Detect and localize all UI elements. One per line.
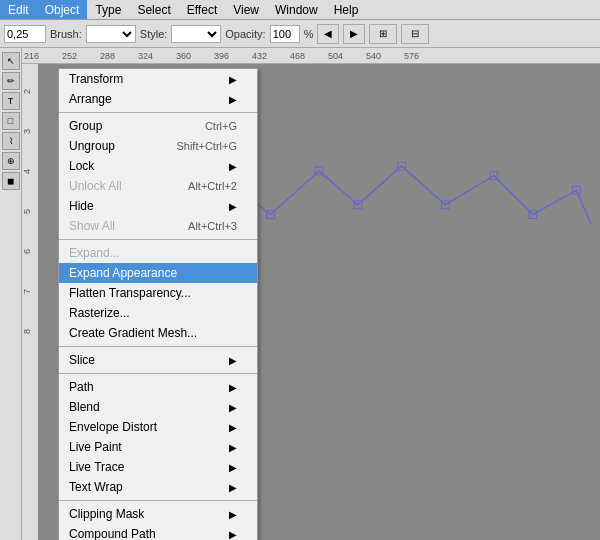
style-select[interactable]	[171, 25, 221, 43]
style-label: Style:	[140, 28, 168, 40]
svg-text:288: 288	[100, 51, 115, 61]
show-all-shortcut: Alt+Ctrl+3	[188, 220, 237, 232]
live-trace-arrow: ▶	[229, 462, 237, 473]
menu-type[interactable]: Type	[87, 0, 129, 19]
menu-flatten-transparency[interactable]: Flatten Transparency...	[59, 283, 257, 303]
text-wrap-arrow: ▶	[229, 482, 237, 493]
menu-create-gradient-mesh[interactable]: Create Gradient Mesh...	[59, 323, 257, 343]
svg-text:324: 324	[138, 51, 153, 61]
toolbar-btn-3[interactable]: ⊞	[369, 24, 397, 44]
svg-text:8: 8	[22, 329, 32, 334]
ungroup-shortcut: Shift+Ctrl+G	[176, 140, 237, 152]
menu-expand[interactable]: Expand...	[59, 243, 257, 263]
menu-live-paint[interactable]: Live Paint ▶	[59, 437, 257, 457]
transform-arrow: ▶	[229, 74, 237, 85]
toolbar-btn-2[interactable]: ▶	[343, 24, 365, 44]
menu-envelope-distort[interactable]: Envelope Distort ▶	[59, 417, 257, 437]
svg-text:216: 216	[24, 51, 39, 61]
menu-edit[interactable]: Edit	[0, 0, 37, 19]
opacity-label: Opacity:	[225, 28, 265, 40]
ruler-h-svg: 216 252 288 324 360 396 432 468 504 540 …	[22, 48, 600, 64]
menu-view[interactable]: View	[225, 0, 267, 19]
svg-text:5: 5	[22, 209, 32, 214]
brush-select[interactable]	[86, 25, 136, 43]
svg-text:2: 2	[22, 89, 32, 94]
menu-object[interactable]: Object	[37, 0, 88, 19]
ruler-vertical: 2 3 4 5 6 7 8	[22, 64, 38, 540]
tool-brush[interactable]: ⌇	[2, 132, 20, 150]
menu-blend[interactable]: Blend ▶	[59, 397, 257, 417]
slice-arrow: ▶	[229, 355, 237, 366]
toolbar-btn-1[interactable]: ◀	[317, 24, 339, 44]
svg-text:360: 360	[176, 51, 191, 61]
toolbar: Brush: Style: Opacity: % ◀ ▶ ⊞ ⊟	[0, 20, 600, 48]
envelope-distort-arrow: ▶	[229, 422, 237, 433]
sep-4	[59, 373, 257, 374]
lock-arrow: ▶	[229, 161, 237, 172]
ruler-v-svg: 2 3 4 5 6 7 8	[22, 64, 38, 540]
menu-unlock-all[interactable]: Unlock All Alt+Ctrl+2	[59, 176, 257, 196]
menu-help[interactable]: Help	[326, 0, 367, 19]
tool-shape[interactable]: □	[2, 112, 20, 130]
svg-text:4: 4	[22, 169, 32, 174]
blend-arrow: ▶	[229, 402, 237, 413]
menu-ungroup[interactable]: Ungroup Shift+Ctrl+G	[59, 136, 257, 156]
menu-arrange[interactable]: Arrange ▶	[59, 89, 257, 109]
opacity-input[interactable]	[270, 25, 300, 43]
unlock-shortcut: Alt+Ctrl+2	[188, 180, 237, 192]
sep-3	[59, 346, 257, 347]
ruler-horizontal: 216 252 288 324 360 396 432 468 504 540 …	[22, 48, 600, 64]
menu-expand-appearance[interactable]: Expand Appearance	[59, 263, 257, 283]
percent-label: %	[304, 28, 314, 40]
object-dropdown-menu: Transform ▶ Arrange ▶ Group Ctrl+G Ungro…	[58, 68, 258, 540]
svg-text:432: 432	[252, 51, 267, 61]
menu-select[interactable]: Select	[129, 0, 178, 19]
svg-text:396: 396	[214, 51, 229, 61]
svg-text:468: 468	[290, 51, 305, 61]
canvas-area: 216 252 288 324 360 396 432 468 504 540 …	[22, 48, 600, 540]
menu-slice[interactable]: Slice ▶	[59, 350, 257, 370]
svg-text:7: 7	[22, 289, 32, 294]
menu-group[interactable]: Group Ctrl+G	[59, 116, 257, 136]
menu-text-wrap[interactable]: Text Wrap ▶	[59, 477, 257, 497]
tool-text[interactable]: T	[2, 92, 20, 110]
svg-text:576: 576	[404, 51, 419, 61]
hide-arrow: ▶	[229, 201, 237, 212]
tool-zoom[interactable]: ⊕	[2, 152, 20, 170]
svg-rect-12	[22, 64, 38, 540]
compound-path-arrow: ▶	[229, 529, 237, 540]
svg-text:6: 6	[22, 249, 32, 254]
tool-select[interactable]: ↖	[2, 52, 20, 70]
menu-path[interactable]: Path ▶	[59, 377, 257, 397]
live-paint-arrow: ▶	[229, 442, 237, 453]
group-shortcut: Ctrl+G	[205, 120, 237, 132]
menu-live-trace[interactable]: Live Trace ▶	[59, 457, 257, 477]
menu-lock[interactable]: Lock ▶	[59, 156, 257, 176]
brush-label: Brush:	[50, 28, 82, 40]
menu-window[interactable]: Window	[267, 0, 326, 19]
sep-5	[59, 500, 257, 501]
svg-text:3: 3	[22, 129, 32, 134]
sep-1	[59, 112, 257, 113]
clipping-mask-arrow: ▶	[229, 509, 237, 520]
menu-rasterize[interactable]: Rasterize...	[59, 303, 257, 323]
tool-fill[interactable]: ◼	[2, 172, 20, 190]
tool-pen[interactable]: ✏	[2, 72, 20, 90]
size-input[interactable]	[4, 25, 46, 43]
menu-effect[interactable]: Effect	[179, 0, 225, 19]
path-arrow: ▶	[229, 382, 237, 393]
menu-transform[interactable]: Transform ▶	[59, 69, 257, 89]
menubar: Edit Object Type Select Effect View Wind…	[0, 0, 600, 20]
menu-show-all[interactable]: Show All Alt+Ctrl+3	[59, 216, 257, 236]
menu-hide[interactable]: Hide ▶	[59, 196, 257, 216]
svg-text:252: 252	[62, 51, 77, 61]
arrange-arrow: ▶	[229, 94, 237, 105]
svg-text:540: 540	[366, 51, 381, 61]
menu-clipping-mask[interactable]: Clipping Mask ▶	[59, 504, 257, 524]
menu-compound-path[interactable]: Compound Path ▶	[59, 524, 257, 540]
sep-2	[59, 239, 257, 240]
main-area: ↖ ✏ T □ ⌇ ⊕ ◼ 216 252 288 324 360 396 43…	[0, 48, 600, 540]
svg-text:504: 504	[328, 51, 343, 61]
toolbar-btn-4[interactable]: ⊟	[401, 24, 429, 44]
left-toolbar: ↖ ✏ T □ ⌇ ⊕ ◼	[0, 48, 22, 540]
